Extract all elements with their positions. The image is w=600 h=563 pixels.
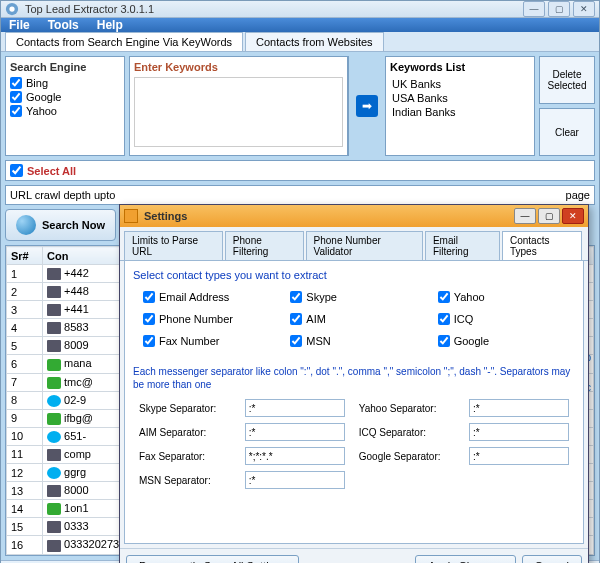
main-window: Top Lead Extractor 3.0.1.1 — ▢ ✕ File To… bbox=[0, 0, 600, 563]
skype-icon bbox=[47, 467, 61, 479]
icq-sep-input[interactable] bbox=[469, 423, 569, 441]
contact-type-label-3: Phone Number bbox=[159, 313, 233, 325]
skype-icon bbox=[47, 431, 61, 443]
close-button[interactable]: ✕ bbox=[573, 1, 595, 17]
menu-help[interactable]: Help bbox=[97, 18, 123, 32]
keyword-item-2[interactable]: Indian Banks bbox=[390, 105, 530, 119]
tab-email-filtering[interactable]: Email Filtering bbox=[425, 231, 500, 260]
settings-minimize-button[interactable]: — bbox=[514, 208, 536, 224]
google-sep-label: Google Separator: bbox=[359, 451, 455, 462]
google-sep-input[interactable] bbox=[469, 447, 569, 465]
col-sr[interactable]: Sr# bbox=[7, 247, 43, 265]
tab-contacts-types[interactable]: Contacts Types bbox=[502, 231, 582, 260]
search-engine-header: Search Engine bbox=[10, 61, 120, 73]
se-checkbox-1[interactable] bbox=[10, 91, 22, 103]
mail-icon bbox=[47, 413, 61, 425]
add-keyword-button[interactable]: ➡ bbox=[356, 95, 378, 117]
select-all-label: Select All bbox=[27, 165, 76, 177]
select-all-row: Select All bbox=[5, 160, 595, 181]
icq-sep-label: ICQ Separator: bbox=[359, 427, 455, 438]
skype-sep-label: Skype Separator: bbox=[139, 403, 231, 414]
settings-footer: Permanently Save All Settings Apply Chan… bbox=[120, 548, 588, 563]
crawl-depth-label: URL crawl depth upto bbox=[10, 189, 115, 201]
menu-file[interactable]: File bbox=[9, 18, 30, 32]
apply-changes-button[interactable]: Apply Changes bbox=[415, 555, 516, 563]
window-title: Top Lead Extractor 3.0.1.1 bbox=[25, 3, 523, 15]
se-label-0: Bing bbox=[26, 77, 48, 89]
contact-type-checkbox-2[interactable] bbox=[438, 291, 450, 303]
tab-phone-filtering[interactable]: Phone Filtering bbox=[225, 231, 304, 260]
mail-icon bbox=[47, 377, 61, 389]
msn-sep-label: MSN Separator: bbox=[139, 475, 231, 486]
keywords-list-panel: Keywords List UK BanksUSA BanksIndian Ba… bbox=[385, 56, 535, 156]
cancel-button[interactable]: Cancel bbox=[522, 555, 582, 563]
tab-search-engine[interactable]: Contacts from Search Engine Via KeyWords bbox=[5, 32, 243, 51]
tab-websites[interactable]: Contacts from Websites bbox=[245, 32, 384, 51]
contact-type-checkbox-5[interactable] bbox=[438, 313, 450, 325]
contact-type-checkbox-4[interactable] bbox=[290, 313, 302, 325]
contact-type-label-5: ICQ bbox=[454, 313, 474, 325]
tab-limits[interactable]: Limits to Parse URL bbox=[124, 231, 223, 260]
app-icon bbox=[5, 2, 19, 16]
keywords-panel: Enter Keywords bbox=[129, 56, 349, 156]
mail-icon bbox=[47, 503, 61, 515]
contact-type-checkbox-3[interactable] bbox=[143, 313, 155, 325]
select-all-checkbox[interactable] bbox=[10, 164, 23, 177]
keywords-list-header: Keywords List bbox=[390, 61, 530, 73]
skype-sep-input[interactable] bbox=[245, 399, 345, 417]
search-now-label: Search Now bbox=[42, 219, 105, 231]
menu-tools[interactable]: Tools bbox=[48, 18, 79, 32]
phone-icon bbox=[47, 485, 61, 497]
se-checkbox-0[interactable] bbox=[10, 77, 22, 89]
settings-close-button[interactable]: ✕ bbox=[562, 208, 584, 224]
contact-type-label-6: Fax Number bbox=[159, 335, 220, 347]
contact-type-label-1: Skype bbox=[306, 291, 337, 303]
se-label-2: Yahoo bbox=[26, 105, 57, 117]
tab-phone-validator[interactable]: Phone Number Validator bbox=[306, 231, 423, 260]
titlebar: Top Lead Extractor 3.0.1.1 — ▢ ✕ bbox=[1, 1, 599, 18]
phone-icon bbox=[47, 286, 61, 298]
settings-icon bbox=[124, 209, 138, 223]
clear-button[interactable]: Clear bbox=[539, 108, 595, 156]
phone-icon bbox=[47, 304, 61, 316]
globe-icon bbox=[16, 215, 36, 235]
fax-sep-input[interactable] bbox=[245, 447, 345, 465]
contact-type-checkbox-6[interactable] bbox=[143, 335, 155, 347]
contact-type-checkbox-0[interactable] bbox=[143, 291, 155, 303]
aim-sep-label: AIM Separator: bbox=[139, 427, 231, 438]
separator-note: Each messenger separator like colon ":",… bbox=[133, 365, 575, 391]
menu-bar: File Tools Help bbox=[1, 18, 599, 32]
delete-selected-button[interactable]: Delete Selected bbox=[539, 56, 595, 104]
se-checkbox-2[interactable] bbox=[10, 105, 22, 117]
msn-sep-input[interactable] bbox=[245, 471, 345, 489]
contact-type-label-7: MSN bbox=[306, 335, 330, 347]
search-engine-panel: Search Engine BingGoogleYahoo bbox=[5, 56, 125, 156]
aim-sep-input[interactable] bbox=[245, 423, 345, 441]
keyword-item-1[interactable]: USA Banks bbox=[390, 91, 530, 105]
contact-type-label-8: Google bbox=[454, 335, 489, 347]
phone-icon bbox=[47, 449, 61, 461]
fax-sep-label: Fax Separator: bbox=[139, 451, 231, 462]
contact-type-checkbox-8[interactable] bbox=[438, 335, 450, 347]
contact-type-checkbox-7[interactable] bbox=[290, 335, 302, 347]
svg-point-1 bbox=[9, 6, 14, 11]
crawl-depth-row: URL crawl depth upto page bbox=[5, 185, 595, 205]
phone-icon bbox=[47, 322, 61, 334]
se-label-1: Google bbox=[26, 91, 61, 103]
maximize-button[interactable]: ▢ bbox=[548, 1, 570, 17]
keywords-input[interactable] bbox=[134, 77, 343, 147]
keyword-item-0[interactable]: UK Banks bbox=[390, 77, 530, 91]
yahoo-sep-input[interactable] bbox=[469, 399, 569, 417]
search-now-button[interactable]: Search Now bbox=[5, 209, 116, 241]
phone-icon bbox=[47, 540, 61, 552]
settings-titlebar[interactable]: Settings — ▢ ✕ bbox=[120, 205, 588, 227]
minimize-button[interactable]: — bbox=[523, 1, 545, 17]
phone-icon bbox=[47, 268, 61, 280]
phone-icon bbox=[47, 521, 61, 533]
save-all-settings-button[interactable]: Permanently Save All Settings bbox=[126, 555, 299, 563]
settings-maximize-button[interactable]: ▢ bbox=[538, 208, 560, 224]
settings-instruction: Select contact types you want to extract bbox=[133, 269, 575, 281]
contact-type-checkbox-1[interactable] bbox=[290, 291, 302, 303]
contact-type-label-0: Email Address bbox=[159, 291, 229, 303]
page-label: page bbox=[566, 189, 590, 201]
